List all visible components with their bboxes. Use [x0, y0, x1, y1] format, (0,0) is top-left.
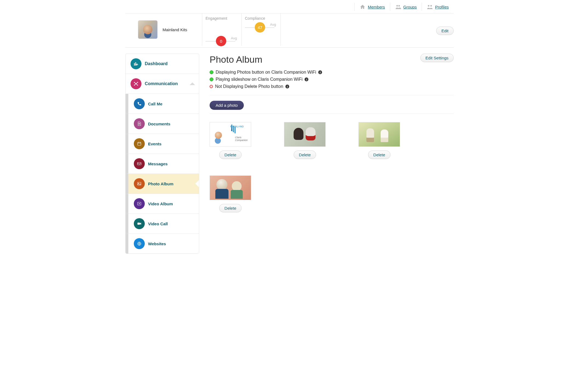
sidebar-call-me-label: Call Me [148, 102, 163, 106]
profiles-icon [427, 4, 433, 10]
sidebar-video-album[interactable]: Video Album [126, 194, 199, 214]
sidebar-websites-label: Websites [148, 241, 166, 246]
sidebar: Dashboard Communication Call Me [125, 54, 199, 254]
sidebar-communication-submenu: Call Me Documents Events [126, 94, 199, 253]
sidebar-communication[interactable]: Communication [126, 74, 199, 94]
calendar-icon [134, 138, 145, 149]
photo-gallery: MAINLAND ClarisCompanion Delete Delete D… [210, 122, 454, 212]
sidebar-documents[interactable]: Documents [126, 114, 199, 134]
communication-icon [131, 78, 141, 89]
edit-settings-button[interactable]: Edit Settings [420, 54, 454, 62]
dashboard-icon [131, 58, 141, 69]
metric-compliance: Compliance 47 Avg [241, 13, 281, 46]
member-name: Mainland Kits [163, 27, 187, 32]
phone-icon [134, 98, 145, 109]
sidebar-photo-album[interactable]: Photo Album [126, 174, 199, 194]
sidebar-dashboard-label: Dashboard [145, 61, 168, 66]
status-text: Not Displaying Delete Photo button [215, 84, 283, 89]
gallery-item: Delete [210, 175, 251, 212]
metrics: Engagement 0 Avg Compliance 47 Avg [202, 13, 281, 46]
engagement-avg-label: Avg [231, 36, 237, 40]
photo-thumbnail[interactable] [358, 122, 400, 147]
compliance-avg-label: Avg [270, 22, 276, 27]
info-icon[interactable]: i [305, 77, 308, 81]
delete-photo-button[interactable]: Delete [219, 204, 241, 212]
delete-photo-button[interactable]: Delete [294, 151, 316, 159]
svg-point-3 [430, 5, 432, 7]
status-list: Displaying Photos button on Claris Compa… [210, 69, 454, 90]
photo-thumbnail[interactable]: MAINLAND ClarisCompanion [210, 122, 251, 147]
separator [210, 114, 454, 114]
photo-thumbnail[interactable] [284, 122, 326, 147]
delete-photo-button[interactable]: Delete [219, 151, 241, 159]
status-dot-green-icon [210, 70, 213, 74]
sidebar-events[interactable]: Events [126, 134, 199, 154]
sidebar-photo-album-label: Photo Album [148, 181, 173, 186]
status-dot-green-icon [210, 77, 213, 81]
sidebar-video-album-label: Video Album [148, 201, 173, 206]
info-icon[interactable]: i [318, 70, 322, 74]
svg-rect-10 [137, 163, 141, 165]
status-text: Playing slideshow on Claris Companion Wi… [216, 77, 302, 82]
sidebar-messages-label: Messages [148, 162, 168, 166]
member-avatar[interactable] [138, 20, 158, 39]
delete-photo-button[interactable]: Delete [368, 151, 390, 159]
nav-profiles-link[interactable]: Profiles [435, 5, 449, 9]
sidebar-communication-label: Communication [145, 81, 178, 86]
svg-point-0 [396, 5, 398, 7]
nav-groups[interactable]: Groups [390, 3, 422, 11]
svg-point-1 [398, 5, 400, 7]
documents-icon [134, 118, 145, 129]
globe-icon [134, 238, 145, 249]
status-row: Not Displaying Delete Photo button i [210, 83, 454, 90]
chevron-up-icon [190, 82, 195, 85]
sidebar-messages[interactable]: Messages [126, 154, 199, 174]
nav-members-link[interactable]: Members [368, 5, 385, 9]
engagement-value: 0 [216, 36, 226, 46]
film-icon [134, 198, 145, 209]
sidebar-events-label: Events [148, 142, 161, 146]
svg-rect-14 [137, 223, 140, 225]
separator [210, 95, 454, 95]
nav-profiles[interactable]: Profiles [422, 3, 454, 11]
info-icon[interactable]: i [285, 85, 289, 88]
sidebar-call-me[interactable]: Call Me [126, 94, 199, 114]
sidebar-documents-label: Documents [148, 122, 170, 126]
gallery-item: MAINLAND ClarisCompanion Delete [210, 122, 251, 159]
main-content: Photo Album Edit Settings Displaying Pho… [210, 54, 454, 254]
edit-button[interactable]: Edit [436, 27, 454, 35]
status-dot-red-icon [210, 85, 213, 88]
envelope-icon [134, 158, 145, 169]
add-photo-button[interactable]: Add a photo [210, 101, 244, 110]
metric-engagement: Engagement 0 Avg [202, 13, 241, 46]
svg-rect-11 [138, 182, 141, 185]
sidebar-dashboard[interactable]: Dashboard [126, 54, 199, 74]
compliance-value: 47 [255, 22, 265, 33]
page-title: Photo Album [210, 54, 262, 65]
top-navigation: Members Groups Profiles [125, 0, 454, 13]
sidebar-video-call[interactable]: Video Call [126, 214, 199, 234]
member-info: Mainland Kits [125, 16, 202, 43]
svg-rect-9 [138, 142, 141, 145]
video-camera-icon [134, 218, 145, 229]
home-icon [360, 4, 366, 10]
status-row: Displaying Photos button on Claris Compa… [210, 69, 454, 76]
photo-icon [134, 178, 145, 189]
nav-groups-link[interactable]: Groups [403, 5, 417, 9]
groups-icon [395, 4, 401, 10]
photo-thumbnail[interactable] [210, 175, 251, 200]
sidebar-websites[interactable]: Websites [126, 234, 199, 253]
svg-point-2 [428, 5, 430, 7]
status-text: Displaying Photos button on Claris Compa… [216, 70, 316, 75]
sidebar-video-call-label: Video Call [148, 221, 168, 226]
gallery-item: Delete [284, 122, 326, 159]
status-row: Playing slideshow on Claris Companion Wi… [210, 76, 454, 83]
engagement-label: Engagement [205, 16, 238, 21]
member-header: Mainland Kits Engagement 0 Avg Complianc… [125, 13, 454, 48]
gallery-item: Delete [358, 122, 400, 159]
nav-members[interactable]: Members [354, 3, 390, 11]
